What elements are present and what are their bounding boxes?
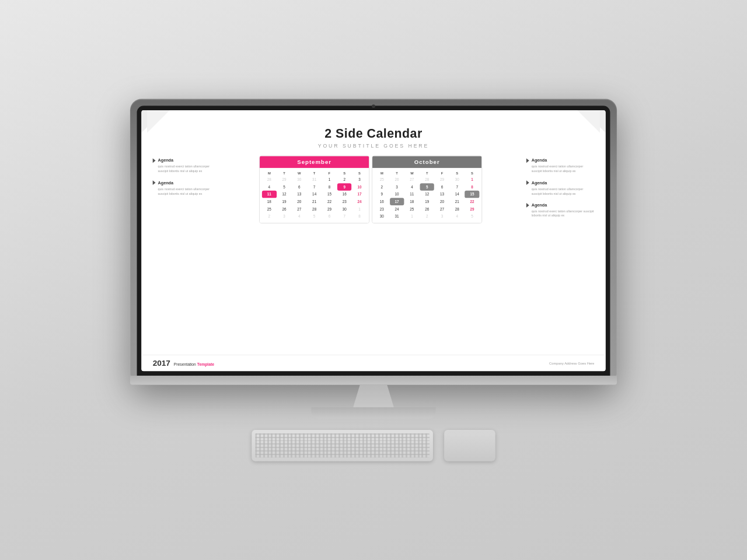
keyboard bbox=[252, 430, 432, 461]
cal-day-header: T bbox=[420, 170, 434, 176]
cal-day: 11 bbox=[404, 191, 419, 198]
cal-day: 21 bbox=[450, 198, 465, 206]
september-grid: MTWTFSS282930311234567891011121314151617… bbox=[260, 168, 369, 223]
cal-day: 13 bbox=[435, 191, 449, 198]
agenda-header-2: Agenda bbox=[153, 180, 215, 186]
right-agenda-triangle-1 bbox=[526, 158, 529, 163]
right-agenda-item-1: Agenda quis nostrud exerci tation ullamc… bbox=[526, 158, 594, 173]
cal-day: 14 bbox=[307, 191, 322, 198]
cal-day: 3 bbox=[277, 213, 292, 220]
cal-day: 4 bbox=[404, 183, 419, 191]
cal-day: 8 bbox=[322, 183, 337, 191]
screen: 2 Side Calendar Your Subtitle Goes Here … bbox=[141, 110, 605, 371]
monitor-base bbox=[311, 407, 435, 418]
cal-day: 8 bbox=[352, 213, 367, 220]
cal-day-headers: MTWTFSS bbox=[262, 170, 366, 176]
cal-day: 17 bbox=[352, 191, 367, 198]
cal-week-row: 2526272829301 bbox=[375, 176, 479, 183]
october-calendar: October MTWTFSS2526272829301234567891011… bbox=[372, 155, 482, 223]
cal-day: 31 bbox=[390, 213, 404, 220]
cal-day: 1 bbox=[404, 213, 419, 220]
cal-day: 3 bbox=[435, 213, 449, 220]
cal-day: 3 bbox=[390, 183, 404, 191]
agenda-triangle-icon-2 bbox=[153, 180, 156, 185]
footer-label-accent: Template bbox=[197, 363, 214, 367]
cal-week-row: 2526272829301 bbox=[262, 205, 366, 213]
agenda-header-1: Agenda bbox=[153, 158, 215, 163]
svg-marker-3 bbox=[577, 110, 600, 133]
right-agenda-title-2: Agenda bbox=[532, 180, 547, 186]
cal-day-header: W bbox=[404, 170, 419, 176]
cal-day-header: W bbox=[292, 170, 306, 176]
cal-day: 29 bbox=[435, 176, 449, 183]
cal-day: 17 bbox=[390, 198, 404, 206]
cal-day: 9 bbox=[337, 183, 352, 191]
cal-day: 6 bbox=[292, 183, 306, 191]
september-header: September bbox=[260, 156, 369, 167]
cal-day: 24 bbox=[390, 205, 404, 213]
right-agenda-panel: Agenda quis nostrud exerci tation ullamc… bbox=[526, 155, 594, 218]
right-agenda-header-2: Agenda bbox=[526, 180, 594, 186]
cal-day: 30 bbox=[450, 176, 465, 183]
monitor-neck bbox=[351, 385, 396, 408]
cal-day: 23 bbox=[337, 198, 352, 206]
cal-day: 26 bbox=[420, 205, 434, 213]
cal-day: 5 bbox=[277, 183, 292, 191]
cal-day-header: T bbox=[277, 170, 292, 176]
cal-day: 27 bbox=[292, 205, 306, 213]
cal-week-row: 9101112131415 bbox=[375, 191, 479, 198]
cal-day: 19 bbox=[420, 198, 434, 206]
trackpad bbox=[444, 430, 495, 461]
cal-week-row: 16171819202122 bbox=[375, 198, 479, 206]
right-agenda-header-3: Agenda bbox=[526, 202, 594, 208]
cal-week-row: 45678910 bbox=[262, 183, 366, 191]
left-agenda-item-2: Agenda quis nostrud exerci tation ullamc… bbox=[153, 180, 215, 196]
cal-day: 1 bbox=[352, 205, 367, 213]
cal-day: 2 bbox=[375, 183, 389, 191]
cal-day: 2 bbox=[420, 213, 434, 220]
cal-day: 10 bbox=[352, 183, 367, 191]
cal-day: 4 bbox=[450, 213, 465, 220]
cal-day: 31 bbox=[307, 176, 322, 183]
webcam-dot bbox=[372, 104, 375, 108]
cal-day: 29 bbox=[322, 205, 337, 213]
cal-day-header: S bbox=[450, 170, 465, 176]
cal-week-row: 2345678 bbox=[375, 183, 479, 191]
cal-day: 20 bbox=[435, 198, 449, 206]
right-agenda-header-1: Agenda bbox=[526, 158, 594, 163]
cal-day: 6 bbox=[322, 213, 337, 220]
cal-day-headers: MTWTFSS bbox=[375, 170, 479, 176]
cal-day: 2 bbox=[337, 176, 352, 183]
cal-day-header: T bbox=[307, 170, 322, 176]
left-agenda-item-1: Agenda quis nostrud exerci tation ullamc… bbox=[153, 158, 215, 173]
right-agenda-triangle-2 bbox=[526, 180, 529, 185]
cal-day: 1 bbox=[322, 176, 337, 183]
cal-day: 4 bbox=[292, 213, 306, 220]
cal-week-row: 11121314151617 bbox=[262, 191, 366, 198]
cal-day: 19 bbox=[277, 198, 292, 206]
right-agenda-text-2: quis nostrud exerci tation ullamcorper s… bbox=[532, 186, 595, 195]
left-agenda-text-1: quis nostrud exerci tation ullamcorper s… bbox=[158, 164, 215, 173]
right-agenda-title-1: Agenda bbox=[532, 158, 547, 163]
slide-body: Agenda quis nostrud exerci tation ullamc… bbox=[141, 155, 605, 355]
cal-day-header: S bbox=[352, 170, 367, 176]
cal-day: 28 bbox=[307, 205, 322, 213]
right-agenda-item-2: Agenda quis nostrud exerci tation ullamc… bbox=[526, 180, 594, 196]
deco-top-left bbox=[141, 110, 187, 156]
cal-day: 12 bbox=[420, 191, 434, 198]
cal-day: 1 bbox=[465, 176, 480, 183]
cal-day: 18 bbox=[404, 198, 419, 206]
cal-day: 16 bbox=[375, 198, 389, 206]
cal-day: 2 bbox=[262, 213, 277, 220]
cal-day: 7 bbox=[307, 183, 322, 191]
cal-day: 29 bbox=[465, 205, 480, 213]
cal-day: 28 bbox=[262, 176, 277, 183]
cal-day: 7 bbox=[450, 183, 465, 191]
footer-left: 2017 Presentation Template bbox=[153, 359, 214, 368]
right-agenda-title-3: Agenda bbox=[532, 202, 547, 208]
cal-day: 25 bbox=[404, 205, 419, 213]
cal-day: 7 bbox=[337, 213, 352, 220]
cal-day: 27 bbox=[435, 205, 449, 213]
right-agenda-text-1: quis nostrud exerci tation ullamcorper s… bbox=[532, 164, 595, 173]
cal-day-header: M bbox=[262, 170, 277, 176]
